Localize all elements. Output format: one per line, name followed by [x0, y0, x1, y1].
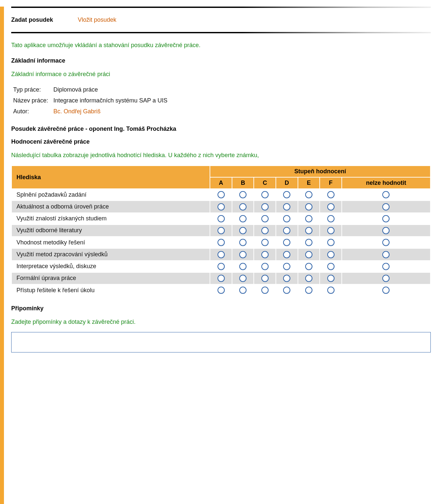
grade-radio[interactable]	[239, 191, 247, 198]
th-grade-nelze-hodnotit: nelze hodnotit	[342, 177, 430, 189]
grade-radio[interactable]	[218, 191, 225, 198]
grade-radio[interactable]	[239, 239, 247, 246]
grade-radio[interactable]	[283, 227, 290, 234]
grade-cell	[320, 272, 342, 284]
grade-radio[interactable]	[382, 227, 390, 234]
grade-radio[interactable]	[239, 215, 247, 222]
tab-upload-review[interactable]: Vložit posudek	[78, 16, 116, 23]
grade-radio[interactable]	[218, 263, 225, 270]
grade-radio[interactable]	[261, 191, 269, 198]
grade-radio[interactable]	[382, 287, 390, 294]
grade-radio[interactable]	[382, 203, 390, 210]
grade-radio[interactable]	[327, 263, 335, 270]
grade-radio[interactable]	[283, 263, 290, 270]
grade-radio[interactable]	[327, 251, 335, 258]
grade-cell	[320, 225, 342, 237]
grade-radio[interactable]	[327, 227, 335, 234]
grade-radio[interactable]	[327, 239, 335, 246]
grade-radio[interactable]	[382, 215, 390, 222]
grade-cell	[342, 189, 430, 201]
info-author-label: Autor:	[13, 106, 53, 117]
criteria-label: Přístup řešitele k řešení úkolu	[12, 284, 210, 296]
grade-cell	[298, 201, 320, 212]
grade-radio[interactable]	[261, 215, 269, 222]
grade-cell	[276, 189, 298, 201]
grade-cell	[276, 248, 298, 260]
grade-radio[interactable]	[218, 215, 225, 222]
grade-cell	[298, 248, 320, 260]
grade-radio[interactable]	[327, 191, 335, 198]
grade-radio[interactable]	[305, 251, 312, 258]
grade-radio[interactable]	[382, 275, 390, 282]
grade-radio[interactable]	[305, 287, 312, 294]
grade-radio[interactable]	[305, 203, 312, 210]
grade-cell	[232, 225, 254, 237]
grade-radio[interactable]	[239, 275, 247, 282]
grade-radio[interactable]	[283, 287, 290, 294]
grade-radio[interactable]	[283, 251, 290, 258]
grade-radio[interactable]	[283, 203, 290, 210]
table-row: Interpretace výsledků, diskuze	[12, 261, 430, 272]
grade-radio[interactable]	[327, 287, 335, 294]
comments-textarea[interactable]	[11, 332, 431, 352]
grade-radio[interactable]	[305, 239, 312, 246]
grade-radio[interactable]	[218, 227, 225, 234]
heading-rating: Hodnocení závěrečné práce	[11, 138, 431, 145]
grade-radio[interactable]	[382, 239, 390, 246]
grade-radio[interactable]	[239, 287, 247, 294]
grade-radio[interactable]	[382, 263, 390, 270]
grade-radio[interactable]	[239, 251, 247, 258]
grade-radio[interactable]	[261, 239, 269, 246]
grade-cell	[342, 237, 430, 248]
grade-radio[interactable]	[218, 239, 225, 246]
grade-radio[interactable]	[261, 251, 269, 258]
grade-radio[interactable]	[218, 203, 225, 210]
grade-radio[interactable]	[261, 227, 269, 234]
grade-cell	[320, 284, 342, 296]
grade-radio[interactable]	[305, 191, 312, 198]
grade-radio[interactable]	[305, 263, 312, 270]
grade-radio[interactable]	[261, 263, 269, 270]
heading-basic-info: Základní informace	[11, 57, 431, 64]
grade-radio[interactable]	[283, 275, 290, 282]
grade-radio[interactable]	[218, 275, 225, 282]
grade-cell	[232, 261, 254, 272]
grade-radio[interactable]	[305, 215, 312, 222]
grade-radio[interactable]	[382, 251, 390, 258]
grade-radio[interactable]	[218, 251, 225, 258]
grade-cell	[254, 225, 276, 237]
grade-cell	[210, 284, 232, 296]
grade-cell	[298, 284, 320, 296]
grade-radio[interactable]	[283, 191, 290, 198]
grade-radio[interactable]	[327, 275, 335, 282]
tab-enter-review[interactable]: Zadat posudek	[11, 16, 53, 23]
grade-radio[interactable]	[261, 203, 269, 210]
table-row: Formální úprava práce	[12, 272, 430, 284]
grade-radio[interactable]	[327, 215, 335, 222]
heading-review: Posudek závěrečné práce - oponent Ing. T…	[11, 126, 431, 132]
criteria-label: Využití metod zpracování výsledků	[12, 248, 210, 260]
grade-radio[interactable]	[382, 191, 390, 198]
criteria-label: Využití odborné literatury	[12, 225, 210, 237]
grade-cell	[232, 237, 254, 248]
grade-cell	[298, 272, 320, 284]
grade-radio[interactable]	[261, 275, 269, 282]
grade-radio[interactable]	[283, 215, 290, 222]
th-grade-B: B	[232, 177, 254, 189]
grade-radio[interactable]	[239, 203, 247, 210]
info-author-link[interactable]: Bc. Ondřej Gabriš	[53, 108, 101, 115]
grade-radio[interactable]	[239, 263, 247, 270]
grade-radio[interactable]	[327, 203, 335, 210]
grade-radio[interactable]	[261, 287, 269, 294]
grade-cell	[320, 248, 342, 260]
grade-radio[interactable]	[283, 239, 290, 246]
grade-radio[interactable]	[305, 227, 312, 234]
info-type-value: Diplomová práce	[53, 84, 173, 95]
grade-radio[interactable]	[239, 227, 247, 234]
grade-cell	[210, 213, 232, 225]
grade-radio[interactable]	[218, 287, 225, 294]
grade-cell	[320, 201, 342, 212]
grade-cell	[298, 225, 320, 237]
grade-radio[interactable]	[305, 275, 312, 282]
grade-cell	[320, 189, 342, 201]
